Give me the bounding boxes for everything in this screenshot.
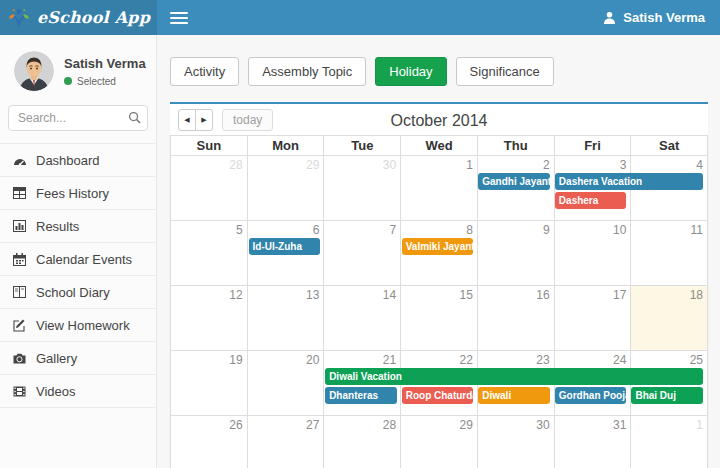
day-number: 12 [229,288,242,302]
sidebar-item-school-diary[interactable]: School Diary [0,276,156,309]
day-number: 10 [613,223,626,237]
day-number: 30 [536,418,549,432]
search-input[interactable] [8,105,148,131]
user-panel-info: Satish Verma Selected [64,56,146,87]
day-number: 25 [690,353,703,367]
sidebar-item-fees-history[interactable]: Fees History [0,177,156,210]
sidebar-item-videos[interactable]: Videos [0,375,156,408]
event-dashera[interactable]: Dashera [555,192,627,209]
event-gandhi-jayanti[interactable]: Gandhi Jayanti [478,173,550,190]
day-cell[interactable]: 30 [477,416,554,468]
eschool-logo-icon [7,6,31,30]
event-valmiki-jayanti[interactable]: Valmiki Jayanti [402,238,474,255]
day-number: 30 [383,158,396,172]
tab-significance[interactable]: Significance [456,57,554,86]
sidebar-item-view-homework[interactable]: View Homework [0,309,156,342]
tab-activity[interactable]: Activity [170,57,239,86]
hamburger-icon[interactable] [168,8,190,28]
day-cell[interactable]: 30 [323,156,400,220]
day-number: 14 [383,288,396,302]
sidebar-item-label: View Homework [36,318,130,333]
calendar-week-5: 2627282930311 [171,416,707,468]
event-bhai-duj[interactable]: Bhai Duj [631,387,703,404]
prev-month-button[interactable]: ◀ [178,109,196,131]
event-dashera-vacation[interactable]: Dashera Vacation [555,173,703,190]
event-dhanteras[interactable]: Dhanteras [325,387,397,404]
day-cell[interactable]: 1 [400,156,477,220]
day-cell[interactable]: 20 [247,351,324,415]
day-number: 7 [389,223,396,237]
calendar-grid: SunMonTueWedThuFriSat 2829301234Gandhi J… [170,135,708,468]
homework-icon [12,319,27,332]
day-cell[interactable]: 19 [171,351,247,415]
sidebar-item-dashboard[interactable]: Dashboard [0,144,156,177]
avatar [14,51,54,91]
results-icon [12,220,27,232]
event-roop-chaturdashi[interactable]: Roop Chaturdashi [402,387,474,404]
sidebar-item-results[interactable]: Results [0,210,156,243]
day-number: 20 [306,353,319,367]
sidebar: Satish Verma Selected DashboardFees Hist… [0,35,157,468]
tab-assembly-topic[interactable]: Assembly Topic [248,57,366,86]
gallery-icon [12,353,27,364]
next-month-button[interactable]: ▶ [195,109,213,131]
day-cell[interactable]: 9 [477,221,554,285]
day-number: 13 [306,288,319,302]
day-cell[interactable]: 11 [630,221,707,285]
day-cell[interactable]: 1 [630,416,707,468]
day-cell[interactable]: 31 [554,416,631,468]
tab-bar: ActivityAssembly TopicHolidaySignificanc… [170,57,708,86]
day-number: 23 [536,353,549,367]
sidebar-menu: DashboardFees HistoryResultsCalendar Eve… [0,143,156,408]
day-cell[interactable]: 10 [554,221,631,285]
sidebar-item-gallery[interactable]: Gallery [0,342,156,375]
day-number: 26 [229,418,242,432]
day-cell[interactable]: 28 [323,416,400,468]
day-cell[interactable]: 16 [477,286,554,350]
sidebar-item-calendar-events[interactable]: Calendar Events [0,243,156,276]
event-gordhan-pooja[interactable]: Gordhan Pooja [555,387,627,404]
day-cell[interactable]: 29 [247,156,324,220]
fees-history-icon [12,187,27,199]
diary-icon [12,286,27,298]
day-cell[interactable]: 14 [323,286,400,350]
search-icon[interactable] [128,111,141,124]
day-cell[interactable]: 27 [247,416,324,468]
day-cell[interactable]: 13 [247,286,324,350]
today-button[interactable]: today [222,109,273,131]
sidebar-item-label: Dashboard [36,153,100,168]
day-cell[interactable]: 28 [171,156,247,220]
dow-fri: Fri [554,136,631,155]
calendar-week-1: 2829301234Gandhi JayantiDashera Vacation… [171,156,707,221]
sidebar-item-label: Fees History [36,186,109,201]
day-cell[interactable]: 12 [171,286,247,350]
dow-wed: Wed [400,136,477,155]
day-cell[interactable]: 29 [400,416,477,468]
event-id-ul-zuha[interactable]: Id-Ul-Zuha [249,238,321,255]
app-logo[interactable]: eSchool App [0,0,157,35]
tab-holiday[interactable]: Holiday [375,57,446,86]
user-panel: Satish Verma Selected [0,35,156,103]
sidebar-item-label: Calendar Events [36,252,132,267]
day-number: 5 [236,223,243,237]
day-number: 24 [613,353,626,367]
main-content: ActivityAssembly TopicHolidaySignificanc… [157,35,720,468]
day-cell[interactable]: 15 [400,286,477,350]
day-number: 6 [313,223,320,237]
dow-thu: Thu [477,136,554,155]
day-number: 28 [229,158,242,172]
event-diwali-vacation[interactable]: Diwali Vacation [325,368,703,385]
day-cell-today[interactable]: 18 [630,286,707,350]
event-diwali[interactable]: Diwali [478,387,550,404]
day-number: 17 [613,288,626,302]
app-title: eSchool App [37,8,150,27]
day-cell[interactable]: 17 [554,286,631,350]
day-number: 2 [543,158,550,172]
navbar-user-menu[interactable]: Satish Verma [603,10,705,25]
dow-sat: Sat [630,136,707,155]
top-bar: eSchool App Satish Verma [0,0,720,35]
day-number: 28 [383,418,396,432]
day-cell[interactable]: 7 [323,221,400,285]
day-cell[interactable]: 5 [171,221,247,285]
day-cell[interactable]: 26 [171,416,247,468]
